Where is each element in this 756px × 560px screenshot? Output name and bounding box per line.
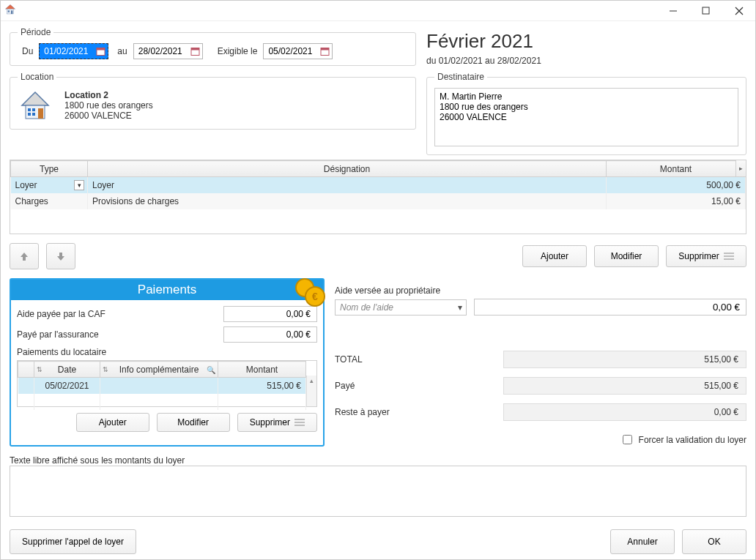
coins-icon: € (292, 275, 327, 310)
move-up-button[interactable] (10, 243, 39, 269)
payments-title: Paiements (11, 280, 323, 300)
svg-rect-2 (8, 10, 10, 12)
destinataire-legend: Destinataire (434, 72, 487, 82)
tenant-payments-label: Paiements du locataire (17, 347, 317, 357)
cancel-button[interactable]: Annuler (610, 529, 675, 554)
paid-label: Payé (335, 381, 503, 391)
periode-legend: Période (18, 27, 53, 37)
svg-rect-16 (28, 108, 31, 111)
sort-icon: ⇅ (103, 366, 108, 373)
col-amount[interactable]: Montant (607, 161, 746, 177)
due-label: Exigible le (218, 46, 258, 56)
insurance-amount-input[interactable] (223, 326, 317, 343)
remaining-value: 0,00 € (503, 403, 746, 421)
app-window: Période Du au Exigible le (0, 0, 756, 560)
svg-rect-19 (32, 113, 35, 116)
payments-edit-button[interactable]: Modifier (157, 413, 230, 432)
titlebar (1, 1, 755, 21)
close-button[interactable] (722, 1, 755, 21)
payments-add-button[interactable]: Ajouter (76, 413, 149, 432)
date-from-input[interactable] (39, 43, 108, 59)
minimize-button[interactable] (656, 1, 689, 21)
delete-lines-icon (294, 422, 305, 423)
arrow-down-icon (55, 250, 67, 262)
payments-panel: Paiements € Aide payée par la CAF Payé p… (10, 278, 325, 447)
svg-rect-18 (28, 113, 31, 116)
svg-rect-5 (703, 7, 709, 14)
paid-value: 515,00 € (503, 377, 746, 395)
table-row[interactable] (18, 394, 306, 410)
svg-rect-20 (38, 108, 43, 119)
from-label: Du (22, 46, 33, 56)
sort-icon: ⇅ (37, 366, 42, 373)
delete-rent-call-button[interactable]: Supprimer l'appel de loyer (10, 529, 136, 554)
force-validation-checkbox[interactable] (623, 435, 632, 444)
svg-marker-0 (5, 4, 15, 9)
payments-delete-button[interactable]: Supprimer (237, 413, 317, 432)
row-selector-header[interactable] (18, 362, 34, 378)
svg-marker-14 (22, 92, 48, 105)
ok-button[interactable]: OK (682, 529, 746, 554)
svg-rect-17 (32, 108, 35, 111)
date-to-input[interactable] (133, 43, 203, 59)
table-row[interactable]: Charges Provisions de charges 15,00 € (11, 193, 746, 209)
arrow-up-icon (18, 250, 30, 262)
move-down-button[interactable] (46, 243, 75, 269)
grid-delete-button[interactable]: Supprimer (666, 245, 746, 267)
search-icon: 🔍 (207, 365, 215, 373)
destinataire-fieldset: Destinataire (426, 72, 746, 155)
caf-label: Aide payée par la CAF (17, 309, 223, 319)
location-addr2: 26000 VALENCE (64, 111, 153, 121)
delete-lines-icon (724, 255, 734, 257)
destinataire-textarea[interactable] (434, 88, 738, 146)
page-subtitle: du 01/02/2021 au 28/02/2021 (426, 56, 746, 66)
remaining-label: Reste à payer (335, 407, 503, 417)
total-label: TOTAL (335, 354, 503, 365)
table-row[interactable]: 05/02/2021 515,00 € (18, 378, 306, 394)
grid-scroll-right-icon[interactable]: ▸ (735, 160, 746, 176)
force-validation-label: Forcer la validation du loyer (639, 435, 746, 445)
table-row[interactable]: Loyer▾ Loyer 500,00 € (11, 177, 746, 193)
grid-add-button[interactable]: Ajouter (522, 245, 587, 267)
house-icon (18, 88, 53, 123)
periode-fieldset: Période Du au Exigible le (10, 27, 416, 66)
aide-label: Aide versée au propriétaire (335, 285, 746, 296)
grid-edit-button[interactable]: Modifier (594, 245, 659, 267)
tenant-payments-grid[interactable]: ⇅Date ⇅Info complémentaire🔍 Montant 05/0… (17, 360, 317, 407)
total-value: 515,00 € (503, 351, 746, 368)
svg-rect-3 (11, 10, 12, 14)
location-legend: Location (18, 72, 56, 82)
app-icon (4, 4, 16, 18)
col-designation[interactable]: Désignation (88, 161, 607, 177)
freetext-textarea[interactable] (10, 466, 746, 517)
location-fieldset: Location Location 2 (10, 72, 416, 130)
type-dropdown-icon[interactable]: ▾ (74, 180, 84, 190)
col-type[interactable]: Type (11, 161, 88, 177)
page-title: Février 2021 (426, 30, 746, 53)
date-due-input[interactable] (263, 43, 333, 59)
svg-text:€: € (312, 291, 318, 302)
aide-amount-input[interactable] (474, 299, 746, 316)
col-date[interactable]: ⇅Date (34, 362, 100, 378)
maximize-button[interactable] (689, 1, 722, 21)
aide-name-select[interactable]: Nom de l'aide (335, 299, 467, 316)
col-pay-amount[interactable]: Montant (218, 362, 306, 378)
insurance-label: Payé par l'assurance (17, 329, 223, 340)
freetext-label: Texte libre affiché sous les montants du… (10, 455, 746, 466)
to-label: au (117, 46, 127, 56)
location-addr1: 1800 rue des orangers (64, 100, 153, 111)
items-grid[interactable]: ▸ Type Désignation Montant Loyer▾ Loyer … (10, 160, 746, 234)
scrollbar[interactable]: ▴ (306, 376, 316, 406)
col-info[interactable]: ⇅Info complémentaire🔍 (100, 362, 218, 378)
location-name: Location 2 (64, 90, 153, 100)
